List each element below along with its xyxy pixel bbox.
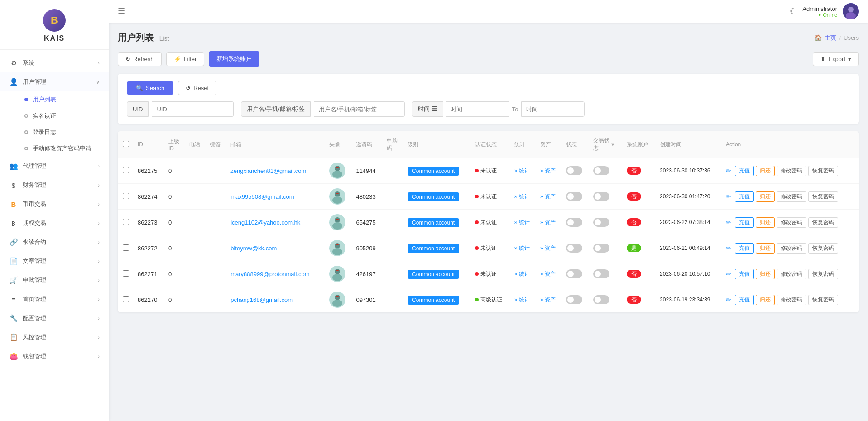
charge-button[interactable]: 充值 [735, 243, 754, 254]
time-end-input[interactable] [521, 101, 585, 117]
filter-button[interactable]: ⚡ Filter [166, 52, 205, 66]
row-checkbox[interactable] [123, 244, 129, 251]
charge-button[interactable]: 充值 [735, 217, 754, 228]
charge-button[interactable]: 充值 [735, 166, 754, 176]
row-checkbox[interactable] [123, 193, 129, 199]
trade-status-toggle[interactable] [593, 192, 609, 201]
uid-input[interactable] [152, 101, 234, 117]
modify-password-button[interactable]: 修改密码 [777, 166, 806, 176]
stats-link[interactable]: » 统计 [514, 271, 530, 277]
row-checkbox[interactable] [123, 296, 129, 302]
reset-button[interactable]: ↺ Reset [178, 81, 216, 95]
charge-button[interactable]: 充值 [735, 295, 754, 305]
sidebar-item-perpetual[interactable]: 🔗 永续合约 › [0, 233, 109, 252]
edit-icon[interactable]: ✏ [726, 244, 731, 252]
sidebar-item-manual-modify[interactable]: 手动修改资产密码申请 [0, 140, 109, 157]
svg-point-5 [332, 171, 342, 178]
assets-link[interactable]: » 资产 [540, 245, 556, 251]
row-checkbox[interactable] [123, 167, 129, 173]
breadcrumb-home-link[interactable]: 主页 [825, 34, 836, 42]
modify-password-button[interactable]: 修改密码 [777, 243, 806, 254]
status-toggle[interactable] [566, 295, 582, 304]
trade-status-toggle[interactable] [593, 269, 609, 278]
sidebar-item-article[interactable]: 📄 文章管理 › [0, 252, 109, 271]
stats-link[interactable]: » 统计 [514, 297, 530, 303]
chevron-right-icon: › [98, 201, 100, 207]
search-button[interactable]: 🔍 Search [127, 81, 173, 95]
recover-password-button[interactable]: 恢复密码 [808, 166, 838, 176]
sidebar-item-label: 币币交易 [23, 200, 98, 208]
trade-status-toggle[interactable] [593, 166, 609, 175]
moon-icon[interactable]: ☾ [790, 6, 797, 16]
row-checkbox[interactable] [123, 270, 129, 277]
return-button[interactable]: 归还 [756, 191, 775, 202]
assets-link[interactable]: » 资产 [540, 271, 556, 277]
edit-icon[interactable]: ✏ [726, 270, 731, 277]
charge-button[interactable]: 充值 [735, 191, 754, 202]
refresh-button[interactable]: ↻ Refresh [118, 52, 162, 66]
modify-password-button[interactable]: 修改密码 [777, 269, 806, 279]
status-toggle[interactable] [566, 166, 582, 175]
menu-toggle-icon[interactable]: ☰ [118, 6, 125, 16]
return-button[interactable]: 归还 [756, 269, 775, 279]
sidebar-item-purchase[interactable]: 🛒 申购管理 › [0, 271, 109, 290]
edit-icon[interactable]: ✏ [726, 296, 731, 303]
row-tag [206, 184, 227, 210]
sidebar-item-agent-mgmt[interactable]: 👥 代理管理 › [0, 157, 109, 176]
sidebar-item-user-list[interactable]: 用户列表 [0, 91, 109, 108]
assets-link[interactable]: » 资产 [540, 167, 556, 174]
recover-password-button[interactable]: 恢复密码 [808, 191, 838, 202]
sidebar-item-options[interactable]: ₿ 期权交易 › [0, 214, 109, 233]
edit-icon[interactable]: ✏ [726, 219, 731, 226]
sidebar-item-login-log[interactable]: 登录日志 [0, 124, 109, 140]
return-button[interactable]: 归还 [756, 166, 775, 176]
auth-label: 未认证 [480, 270, 497, 278]
recover-password-button[interactable]: 恢复密码 [808, 295, 838, 305]
user-search-input[interactable] [314, 101, 405, 117]
trade-status-toggle[interactable] [593, 218, 609, 227]
edit-icon[interactable]: ✏ [726, 167, 731, 174]
edit-icon[interactable]: ✏ [726, 193, 731, 200]
assets-link[interactable]: » 资产 [540, 219, 556, 225]
time-start-input[interactable] [446, 101, 509, 117]
sidebar-item-risk[interactable]: 📋 风控管理 › [0, 328, 109, 347]
stats-link[interactable]: » 统计 [514, 245, 530, 251]
recover-password-button[interactable]: 恢复密码 [808, 243, 838, 254]
assets-link[interactable]: » 资产 [540, 193, 556, 200]
sidebar-item-home-mgmt[interactable]: ≡ 首页管理 › [0, 290, 109, 309]
status-toggle[interactable] [566, 218, 582, 227]
row-checkbox[interactable] [123, 219, 129, 225]
assets-link[interactable]: » 资产 [540, 297, 556, 303]
modify-password-button[interactable]: 修改密码 [777, 217, 806, 228]
stats-link[interactable]: » 统计 [514, 219, 530, 225]
trade-status-toggle[interactable] [593, 295, 609, 304]
status-toggle[interactable] [566, 244, 582, 253]
trade-status-toggle[interactable] [593, 244, 609, 253]
sidebar-item-finance[interactable]: $ 财务管理 › [0, 176, 109, 195]
sidebar-item-wallet[interactable]: 👛 钱包管理 › [0, 347, 109, 366]
data-table-container: ID 上级ID 电话 標簽 邮箱 头像 邀请码 申购码 级别 认证状态 统计 资… [118, 131, 859, 312]
stats-link[interactable]: » 统计 [514, 167, 530, 174]
sidebar-item-coin-trade[interactable]: B 币币交易 › [0, 195, 109, 214]
export-button[interactable]: ⬆ Export ▾ [813, 52, 859, 66]
return-button[interactable]: 归还 [756, 243, 775, 254]
select-all-checkbox[interactable] [123, 141, 129, 147]
sidebar-item-config[interactable]: 🔧 配置管理 › [0, 309, 109, 328]
recover-password-button[interactable]: 恢复密码 [808, 217, 838, 228]
stats-link[interactable]: » 统计 [514, 193, 530, 200]
auth-label: 未认证 [480, 193, 497, 201]
sidebar-item-real-name[interactable]: 实名认证 [0, 108, 109, 124]
status-toggle[interactable] [566, 192, 582, 201]
return-button[interactable]: 归还 [756, 217, 775, 228]
topbar-avatar[interactable] [843, 3, 859, 19]
modify-password-button[interactable]: 修改密码 [777, 295, 806, 305]
return-button[interactable]: 归还 [756, 295, 775, 305]
sidebar-item-system[interactable]: ⚙ 系统 › [0, 53, 109, 72]
recover-password-button[interactable]: 恢复密码 [808, 269, 838, 279]
charge-button[interactable]: 充值 [735, 269, 754, 279]
action-buttons: ✏ 充值 归还 修改密码 恢复密码 [726, 217, 855, 228]
sidebar-item-user-mgmt[interactable]: 👤 用户管理 ∨ [0, 72, 109, 91]
modify-password-button[interactable]: 修改密码 [777, 191, 806, 202]
status-toggle[interactable] [566, 269, 582, 278]
add-system-account-button[interactable]: 新增系统账户 [209, 51, 259, 67]
